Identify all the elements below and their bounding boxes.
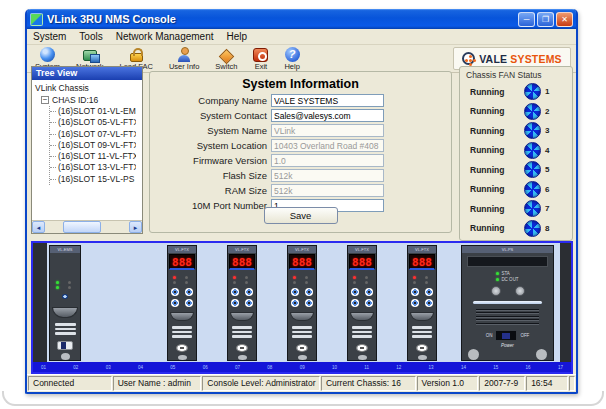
power-switch[interactable] bbox=[495, 330, 517, 341]
tree-node-slot[interactable]: (16)SLOT 09-VL-FTX bbox=[50, 140, 136, 151]
on-label: ON bbox=[486, 333, 493, 338]
led-indicators bbox=[233, 276, 251, 284]
slot-number: 03 bbox=[106, 365, 111, 370]
slot-number: 02 bbox=[73, 365, 78, 370]
thumb-screw bbox=[178, 355, 187, 360]
form-field-row: Flash Size bbox=[150, 169, 451, 182]
tree-node-slot[interactable]: (16)SLOT 11-VL-FTX bbox=[50, 151, 136, 162]
off-label: OFF bbox=[520, 333, 529, 338]
close-icon[interactable]: ✕ bbox=[556, 12, 573, 27]
module-handle bbox=[230, 312, 254, 321]
ps-round-button bbox=[515, 286, 525, 296]
chassis-module-ft[interactable]: VL-FTX 888 bbox=[167, 245, 197, 361]
scroll-left-icon[interactable] bbox=[32, 221, 45, 233]
collapse-icon[interactable]: − bbox=[41, 96, 49, 104]
reset-button bbox=[62, 294, 68, 299]
chassis-module-ft[interactable]: VL-FTX 888 bbox=[227, 245, 257, 361]
maximize-icon[interactable]: ❐ bbox=[537, 12, 554, 27]
scrollbar-thumb[interactable] bbox=[63, 221, 101, 233]
form-field-row: RAM Size bbox=[150, 184, 451, 197]
field-input[interactable] bbox=[271, 154, 384, 167]
ps-display-window bbox=[467, 256, 547, 267]
chassis-module-ft[interactable]: VL-FTX 888 bbox=[287, 245, 317, 361]
seven-segment-display: 888 bbox=[289, 254, 315, 270]
chassis-module-ps[interactable]: VL-PS STA DC OUT ON OFF Power bbox=[461, 245, 554, 361]
field-label: Firmware Version bbox=[150, 155, 271, 166]
seven-segment-display: 888 bbox=[229, 254, 255, 270]
tree-node-slot[interactable]: (16)SLOT 15-VL-PS bbox=[50, 174, 136, 185]
tree-node-slot[interactable]: (16)SLOT 05-VL-FTX bbox=[50, 117, 136, 128]
field-input[interactable] bbox=[271, 139, 384, 152]
toolbar-button[interactable]: Switch bbox=[207, 45, 245, 72]
toolbar-button[interactable]: Exit bbox=[245, 45, 276, 72]
ps-vent-grille bbox=[476, 307, 540, 326]
slot-number: 09 bbox=[300, 365, 305, 370]
ems-switch bbox=[57, 341, 73, 350]
field-input[interactable] bbox=[271, 109, 384, 122]
status-segment: Connected bbox=[28, 376, 112, 391]
chassis-module-ft[interactable]: VL-FTX 888 bbox=[407, 245, 437, 361]
fan-status-text: Running bbox=[470, 184, 518, 194]
status-segment: Version 1.0 bbox=[417, 376, 479, 391]
tree-node-slot[interactable]: (16)SLOT 13-VL-FTX bbox=[50, 162, 136, 173]
fan-status-row: Running 6 bbox=[460, 180, 572, 200]
field-label: System Contact bbox=[150, 110, 271, 121]
menu-item[interactable]: System bbox=[33, 31, 66, 42]
tree-node-chassis[interactable]: − CHAS ID:16 bbox=[41, 94, 142, 106]
fan-number: 3 bbox=[545, 126, 549, 135]
minimize-icon[interactable]: ─ bbox=[518, 12, 535, 27]
field-input[interactable] bbox=[271, 124, 384, 137]
module-handle bbox=[350, 312, 374, 321]
save-button[interactable]: Save bbox=[264, 207, 338, 224]
tree-body: VLink Chassis − CHAS ID:16 (16)SLOT 01-V… bbox=[32, 80, 142, 220]
fan-number: 2 bbox=[545, 107, 549, 116]
module-handle bbox=[290, 312, 314, 321]
thumb-screw bbox=[238, 355, 247, 360]
toolbar-button[interactable]: Help bbox=[276, 45, 307, 72]
system-icon bbox=[40, 47, 55, 62]
module-label: VL-FTX bbox=[288, 246, 316, 253]
module-handle bbox=[52, 307, 78, 318]
tree-node-slot[interactable]: (16)SLOT 01-VL-EMS bbox=[50, 106, 136, 117]
slot-number: 10 bbox=[332, 365, 337, 370]
module-vents bbox=[352, 324, 372, 340]
status-segment: 2007-7-9 bbox=[479, 376, 525, 391]
form-field-row: System Location bbox=[150, 139, 451, 152]
rack-rail-left bbox=[33, 243, 47, 372]
field-input[interactable] bbox=[271, 169, 384, 182]
slot-number: 06 bbox=[203, 365, 208, 370]
slot-number: 15 bbox=[493, 365, 498, 370]
slot-number: 11 bbox=[364, 365, 369, 370]
field-input[interactable] bbox=[271, 94, 384, 107]
scroll-right-icon[interactable] bbox=[129, 221, 142, 233]
led-indicators bbox=[353, 276, 371, 284]
ps-round-button bbox=[491, 286, 501, 296]
slot-number: 01 bbox=[41, 365, 46, 370]
fan-icon bbox=[524, 220, 541, 237]
status-segment: Console Level: Administrator bbox=[202, 376, 320, 391]
field-input[interactable] bbox=[271, 184, 384, 197]
status-segment: User Name : admin bbox=[113, 376, 202, 391]
slot-number: 05 bbox=[170, 365, 175, 370]
toolbar-button[interactable]: User Info bbox=[161, 45, 207, 72]
module-label: VL-FTX bbox=[348, 246, 376, 253]
tree-horizontal-scrollbar[interactable] bbox=[32, 220, 142, 233]
field-label: Company Name bbox=[150, 95, 271, 106]
module-label: VL-PS bbox=[462, 246, 553, 253]
status-segment bbox=[569, 376, 575, 391]
fan-status-text: Running bbox=[470, 106, 518, 116]
fan-icon bbox=[524, 142, 541, 159]
chassis-module-ft[interactable]: VL-FTX 888 bbox=[347, 245, 377, 361]
chassis-module-ems[interactable]: VL-EMS bbox=[49, 245, 81, 361]
menu-item[interactable]: Network Management bbox=[116, 31, 214, 42]
ps-buttons bbox=[491, 286, 525, 296]
bnc-connector bbox=[356, 344, 368, 352]
field-label: 10M Port Number bbox=[150, 200, 271, 211]
help-icon bbox=[285, 47, 300, 62]
menu-item[interactable]: Help bbox=[227, 31, 248, 42]
tree-node-root[interactable]: VLink Chassis bbox=[35, 82, 142, 94]
tree-node-slot[interactable]: (16)SLOT 07-VL-FTX bbox=[50, 129, 136, 140]
title-bar[interactable]: VLink 3RU NMS Console ─❐✕ bbox=[27, 9, 576, 29]
menu-item[interactable]: Tools bbox=[79, 31, 102, 42]
app-window: VLink 3RU NMS Console ─❐✕ SystemToolsNet… bbox=[25, 9, 578, 394]
